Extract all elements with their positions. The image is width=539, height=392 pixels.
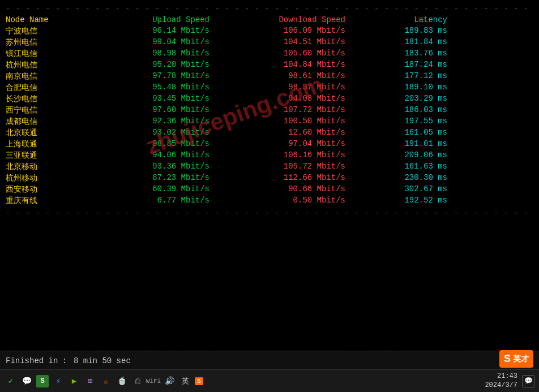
header-latency: Latency [357,15,447,24]
cell-node: 重庆有线 [6,196,85,206]
teacup-icon[interactable]: 🍵 [116,375,128,387]
cell-latency: 189.10 ms [357,83,447,93]
cell-download: 0.50 Mbit/s [221,196,357,206]
check-icon[interactable]: ✓ [5,375,17,387]
table-row: 北京联通 93.02 Mbit/s 12.60 Mbit/s 161.05 ms [6,127,533,139]
table-row: 杭州电信 95.20 Mbit/s 104.84 Mbit/s 187.24 m… [6,59,533,71]
logo-s: S [504,352,511,365]
header-download: Download Speed [221,15,357,24]
table-row: 长沙电信 93.45 Mbit/s 94.08 Mbit/s 203.29 ms [6,93,533,105]
cell-node: 镇江电信 [6,49,85,59]
cell-download: 94.08 Mbit/s [221,94,357,104]
finished-value: 8 min 50 sec [74,355,131,367]
cell-download: 100.50 Mbit/s [221,117,357,127]
finished-sep: : [62,355,74,367]
cell-download: 106.09 Mbit/s [221,26,357,36]
taskbar: ✓ 💬 S ⚡ ▶ ⊞ ☕ 🍵 ⎙ WiFi 🔊 英 S 21:43 2024/… [0,369,539,392]
cell-upload: 96.14 Mbit/s [85,26,221,36]
nvidia-icon[interactable]: ▶ [68,375,80,387]
cell-upload: 60.39 Mbit/s [85,184,221,195]
table-row: 西宁电信 97.60 Mbit/s 107.72 Mbit/s 186.03 m… [6,105,533,116]
logo-text: 英才 [513,354,529,364]
bottom-dashed-line: - - - - - - - - - - - - - - - - - - - - … [6,209,533,217]
cell-node: 北京联通 [6,128,85,138]
table-row: 西安移动 60.39 Mbit/s 90.66 Mbit/s 302.67 ms [6,184,533,195]
cell-upload: 92.36 Mbit/s [85,117,221,127]
grid-icon[interactable]: ⊞ [84,375,96,387]
cell-download: 98.61 Mbit/s [221,71,357,81]
wechat-icon[interactable]: 💬 [20,375,33,387]
cell-download: 106.16 Mbit/s [221,150,357,161]
top-dashed-line: - - - - - - - - - - - - - - - - - - - - … [6,5,533,13]
cell-node: 南京电信 [6,71,85,81]
cell-node: 合肥电信 [6,83,85,93]
cell-upload: 93.36 Mbit/s [85,162,221,172]
cell-upload: 98.85 Mbit/s [85,139,221,149]
logo: S 英才 [499,350,533,368]
table-row: 重庆有线 6.77 Mbit/s 0.50 Mbit/s 192.52 ms [6,195,533,206]
superbench-icon[interactable]: S [36,375,49,387]
table-row: 南京电信 97.78 Mbit/s 98.61 Mbit/s 177.12 ms [6,71,533,82]
cell-upload: 97.60 Mbit/s [85,105,221,115]
taskbar-time: 21:43 [485,372,517,381]
taskbar-time-date: 21:43 2024/3/7 [485,372,517,390]
cell-latency: 189.83 ms [357,26,447,36]
cell-node: 长沙电信 [6,94,85,104]
cell-latency: 230.30 ms [357,173,447,183]
cell-latency: 187.24 ms [357,60,447,70]
table-row: 成都电信 92.36 Mbit/s 100.50 Mbit/s 197.55 m… [6,116,533,127]
cell-node: 西宁电信 [6,105,85,115]
cell-download: 98.37 Mbit/s [221,83,357,93]
table-body: 宁波电信 96.14 Mbit/s 106.09 Mbit/s 189.83 m… [6,25,533,206]
cell-download: 90.66 Mbit/s [221,184,357,195]
taskbar-left: ✓ 💬 S ⚡ ▶ ⊞ ☕ 🍵 ⎙ WiFi 🔊 英 S [5,375,203,387]
cell-node: 宁波电信 [6,26,85,36]
wifi-icon[interactable]: WiFi [147,375,160,387]
cell-upload: 87.23 Mbit/s [85,173,221,183]
cell-node: 北京移动 [6,162,85,172]
table-header: Node Name Upload Speed Download Speed La… [6,13,533,25]
table-row: 杭州移动 87.23 Mbit/s 112.66 Mbit/s 230.30 m… [6,173,533,184]
cell-latency: 186.03 ms [357,105,447,115]
finished-label: Finished in [6,355,62,367]
bluetooth-icon[interactable]: ⚡ [52,375,65,387]
chat-button[interactable]: 💬 [522,375,534,387]
cell-download: 104.84 Mbit/s [221,60,357,70]
header-upload: Upload Speed [85,15,221,24]
table-row: 上海联通 98.85 Mbit/s 97.04 Mbit/s 191.01 ms [6,139,533,150]
printer-icon[interactable]: ⎙ [131,375,144,387]
cell-upload: 93.02 Mbit/s [85,128,221,138]
cell-latency: 197.55 ms [357,117,447,127]
lang-button[interactable]: 英 [179,375,191,387]
finished-line: Finished in : 8 min 50 sec [6,355,533,367]
cell-upload: 95.20 Mbit/s [85,60,221,70]
table-row: 三亚联通 94.06 Mbit/s 106.16 Mbit/s 209.06 m… [6,150,533,161]
cell-latency: 192.52 ms [357,196,447,206]
cell-node: 三亚联通 [6,150,85,161]
cell-node: 苏州电信 [6,37,85,48]
cell-latency: 191.01 ms [357,139,447,149]
cell-node: 成都电信 [6,117,85,127]
cell-node: 杭州移动 [6,173,85,183]
table-row: 苏州电信 99.04 Mbit/s 104.51 Mbit/s 181.84 m… [6,37,533,48]
cell-download: 107.72 Mbit/s [221,105,357,115]
cell-upload: 6.77 Mbit/s [85,196,221,206]
cell-download: 112.66 Mbit/s [221,173,357,183]
cell-upload: 95.48 Mbit/s [85,83,221,93]
cell-latency: 181.84 ms [357,37,447,48]
cell-latency: 161.05 ms [357,128,447,138]
cell-download: 12.60 Mbit/s [221,128,357,138]
table-row: 北京移动 93.36 Mbit/s 105.72 Mbit/s 161.63 m… [6,161,533,173]
cell-upload: 98.98 Mbit/s [85,49,221,59]
taskbar-s-icon[interactable]: S [195,377,203,385]
cell-upload: 94.06 Mbit/s [85,150,221,161]
speaker-icon[interactable]: 🔊 [163,375,176,387]
cell-upload: 93.45 Mbit/s [85,94,221,104]
cell-download: 104.51 Mbit/s [221,37,357,48]
taskbar-right: 21:43 2024/3/7 💬 [485,372,534,390]
table-row: 合肥电信 95.48 Mbit/s 98.37 Mbit/s 189.10 ms [6,82,533,93]
coffee-icon[interactable]: ☕ [100,375,112,387]
cell-node: 西安移动 [6,184,85,195]
cell-latency: 209.06 ms [357,150,447,161]
table-row: 镇江电信 98.98 Mbit/s 105.60 Mbit/s 183.76 m… [6,48,533,59]
